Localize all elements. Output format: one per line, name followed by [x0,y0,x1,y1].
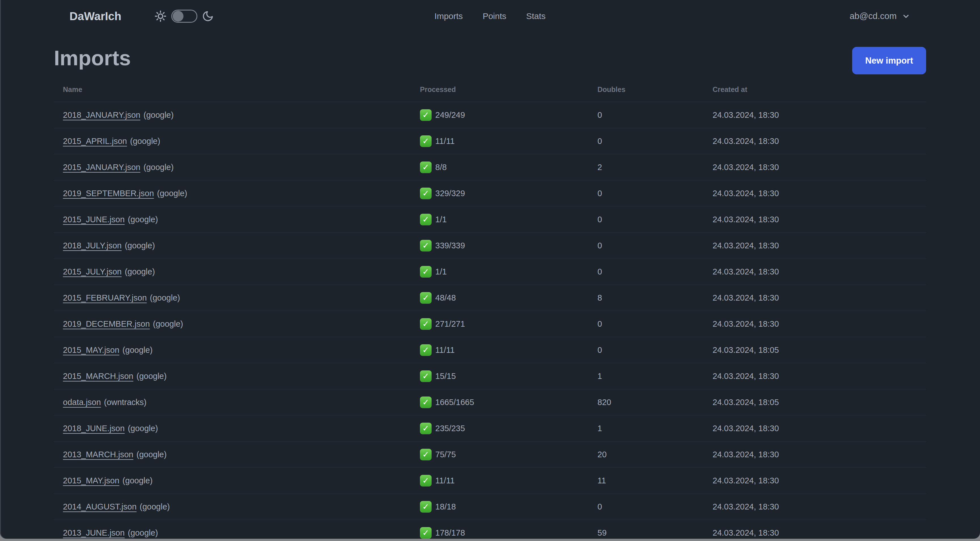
sun-icon [154,10,167,22]
doubles-count: 20 [597,450,606,459]
check-mark-icon [420,423,431,434]
processed-count: 178/178 [435,528,465,538]
doubles-count: 0 [597,110,602,120]
check-mark-icon [420,344,431,356]
import-file-link[interactable]: 2015_APRIL.json [63,137,127,146]
import-source-label: (google) [128,528,158,538]
import-source-label: (google) [128,215,158,224]
import-file-link[interactable]: 2018_JANUARY.json [63,110,140,120]
doubles-count: 11 [597,476,606,485]
import-source-label: (google) [143,110,173,120]
doubles-count: 0 [597,345,602,355]
processed-count: 8/8 [435,163,447,172]
created-at: 24.03.2024, 18:30 [713,502,779,511]
processed-count: 11/11 [435,137,455,146]
page-title: Imports [54,45,131,71]
processed-count: 271/271 [435,319,465,329]
theme-toggle[interactable] [171,10,197,23]
user-menu[interactable]: ab@cd.com [850,0,910,32]
import-file-link[interactable]: 2015_MAY.json [63,476,119,485]
created-at: 24.03.2024, 18:30 [713,163,779,172]
theme-switcher [154,10,214,23]
app-logo[interactable]: DaWarIch [70,10,121,23]
doubles-count: 1 [597,372,602,381]
import-source-label: (google) [137,450,167,459]
import-source-label: (google) [123,476,153,485]
import-file-link[interactable]: 2018_JULY.json [63,241,122,251]
processed-count: 18/18 [435,502,456,511]
doubles-count: 0 [597,215,602,224]
doubles-count: 59 [597,528,606,538]
import-source-label: (google) [137,372,167,381]
import-file-link[interactable]: 2013_MARCH.json [63,450,133,459]
import-source-label: (google) [140,502,170,511]
import-file-link[interactable]: 2014_AUGUST.json [63,502,137,511]
processed-count: 1/1 [435,215,447,224]
new-import-button[interactable]: New import [852,47,926,74]
check-mark-icon [420,527,431,539]
navbar: DaWarIch [0,0,980,32]
created-at: 24.03.2024, 18:30 [713,293,779,303]
nav-link-imports[interactable]: Imports [434,11,463,21]
imports-table: Name Processed Doubles Created at 2018_J… [54,77,926,539]
doubles-count: 0 [597,137,602,146]
import-source-label: (owntracks) [104,398,146,407]
created-at: 24.03.2024, 18:30 [713,267,779,276]
import-file-link[interactable]: 2015_MARCH.json [63,372,133,381]
import-source-label: (google) [130,137,160,146]
processed-count: 11/11 [435,476,455,485]
check-mark-icon [420,266,431,278]
table-row: odata.json (owntracks) 1665/1665 820 24.… [54,389,926,415]
import-file-link[interactable]: 2015_JULY.json [63,267,122,276]
created-at: 24.03.2024, 18:30 [713,424,779,433]
table-row: 2018_JULY.json (google) 339/339 0 24.03.… [54,233,926,259]
user-email: ab@cd.com [850,11,897,21]
check-mark-icon [420,214,431,225]
import-file-link[interactable]: 2015_JUNE.json [63,215,125,224]
import-file-link[interactable]: 2019_SEPTEMBER.json [63,189,154,198]
app-window: DaWarIch [0,0,980,539]
created-at: 24.03.2024, 18:30 [713,528,779,538]
column-header-processed: Processed [420,85,597,94]
table-row: 2014_AUGUST.json (google) 18/18 0 24.03.… [54,494,926,520]
table-row: 2015_APRIL.json (google) 11/11 0 24.03.2… [54,128,926,155]
table-row: 2015_JANUARY.json (google) 8/8 2 24.03.2… [54,155,926,180]
import-source-label: (google) [150,293,180,303]
table-row: 2015_JUNE.json (google) 1/1 0 24.03.2024… [54,207,926,233]
import-source-label: (google) [143,163,173,172]
import-source-label: (google) [125,241,155,251]
created-at: 24.03.2024, 18:30 [713,189,779,198]
created-at: 24.03.2024, 18:30 [713,110,779,120]
check-mark-icon [420,188,431,199]
check-mark-icon [420,318,431,330]
processed-count: 1665/1665 [435,398,474,407]
import-file-link[interactable]: 2019_DECEMBER.json [63,319,150,329]
import-file-link[interactable]: 2013_JUNE.json [63,528,125,538]
table-row: 2015_MAY.json (google) 11/11 0 24.03.202… [54,337,926,363]
import-file-link[interactable]: 2015_MAY.json [63,345,119,355]
nav-link-stats[interactable]: Stats [526,11,546,21]
doubles-count: 820 [597,398,611,407]
table-row: 2015_MARCH.json (google) 15/15 1 24.03.2… [54,363,926,389]
table-row: 2013_MARCH.json (google) 75/75 20 24.03.… [54,442,926,468]
table-row: 2019_SEPTEMBER.json (google) 329/329 0 2… [54,180,926,207]
check-mark-icon [420,449,431,460]
doubles-count: 0 [597,241,602,251]
page-header: Imports New import [54,32,926,74]
import-file-link[interactable]: 2015_JANUARY.json [63,163,140,172]
doubles-count: 0 [597,189,602,198]
processed-count: 235/235 [435,424,465,433]
check-mark-icon [420,292,431,304]
moon-icon [202,10,214,22]
import-file-link[interactable]: odata.json [63,398,101,407]
import-source-label: (google) [157,189,187,198]
column-header-doubles: Doubles [597,85,713,94]
processed-count: 329/329 [435,189,465,198]
nav-link-points[interactable]: Points [483,11,506,21]
created-at: 24.03.2024, 18:30 [713,319,779,329]
table-row: 2015_JULY.json (google) 1/1 0 24.03.2024… [54,259,926,285]
import-file-link[interactable]: 2015_FEBRUARY.json [63,293,147,303]
import-file-link[interactable]: 2018_JUNE.json [63,424,125,433]
doubles-count: 2 [597,163,602,172]
import-source-label: (google) [153,319,183,329]
